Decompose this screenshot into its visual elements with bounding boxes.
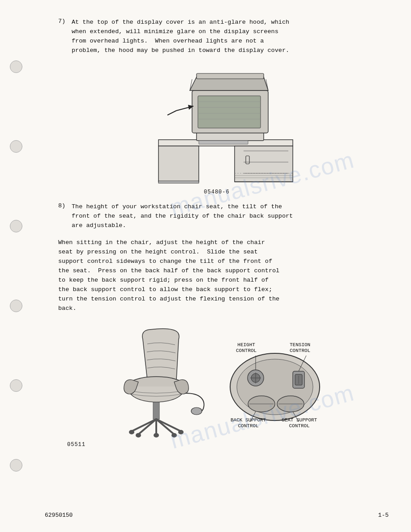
svg-rect-7 (158, 181, 199, 183)
svg-rect-1 (158, 146, 199, 182)
figure-2-caption: 05511 (67, 442, 86, 448)
hole-punch-column (10, 0, 22, 532)
item-8-text: The height of your workstation chair sea… (72, 202, 375, 231)
page-number: 1-5 (378, 512, 389, 519)
svg-rect-28 (153, 402, 159, 419)
svg-point-38 (171, 433, 177, 438)
para-1: When sitting in the chair, adjust the he… (58, 238, 375, 313)
hole-punch (10, 459, 22, 472)
page: manualsrive.com manualsrive.com 7) At th… (0, 0, 411, 532)
chair-controls-illustration (223, 342, 326, 432)
svg-point-37 (136, 433, 141, 438)
page-footer: 62950150 1-5 (45, 512, 389, 519)
svg-point-39 (191, 408, 202, 415)
hole-punch (10, 140, 22, 153)
svg-rect-11 (198, 96, 261, 128)
chair-illustration (107, 322, 210, 438)
hole-punch (10, 220, 22, 232)
page-content: 7) At the top of the display cover is an… (58, 18, 375, 455)
item-8-block: 8) The height of your workstation chair … (58, 202, 375, 231)
hole-punch (10, 379, 22, 392)
the-hood-text: the hood (104, 47, 133, 54)
item-7-number: 7) (58, 18, 72, 56)
svg-rect-23 (199, 141, 248, 144)
svg-point-34 (129, 430, 134, 434)
hole-punch (10, 300, 22, 312)
part-number: 62950150 (45, 512, 73, 519)
item-7-text: At the top of the display cover is an an… (72, 18, 375, 56)
svg-rect-17 (197, 73, 264, 79)
hole-punch (10, 60, 22, 73)
para-1-text: When sitting in the chair, adjust the he… (58, 239, 279, 311)
svg-point-35 (178, 430, 184, 434)
svg-point-36 (154, 433, 159, 438)
figure-1-caption: 05480-6 (58, 189, 375, 195)
svg-line-22 (167, 111, 176, 115)
figure-1-area: 05480-6 (58, 64, 375, 195)
workstation-illustration (132, 64, 302, 189)
item-7-block: 7) At the top of the display cover is an… (58, 18, 375, 56)
svg-rect-2 (235, 146, 293, 182)
item-8-number: 8) (58, 202, 72, 231)
figure-2-area: HEIGHTCONTROL TENSIONCONTROL BACK SUPPOR… (58, 322, 375, 455)
